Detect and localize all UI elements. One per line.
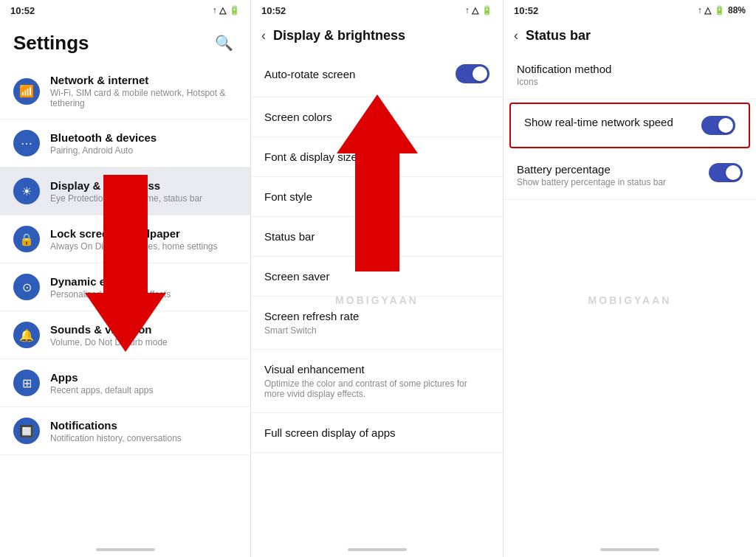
left-scroll [96,548,155,551]
notifications-subtitle: Notification history, conversations [50,433,237,443]
settings-item-apps[interactable]: ⊞ Apps Recent apps, default apps [0,359,250,407]
sounds-icon: 🔔 [13,322,40,348]
network-title: Network & internet [50,74,237,86]
settings-item-dynamic[interactable]: ⊙ Dynamic effects Personalized animation… [0,263,250,311]
battery-pct-title: Battery percentage [517,163,709,176]
settings-item-sounds[interactable]: 🔔 Sounds & vibration Volume, Do Not Dist… [0,311,250,359]
middle-panel: 10:52 ↑ △ 🔋 ‹ Display & brightness Auto-… [251,0,504,557]
right-item-realtime-speed[interactable]: Show real-time network speed [509,103,750,148]
dynamic-subtitle: Personalized animation effects [50,289,237,300]
sounds-title: Sounds & vibration [50,323,237,336]
display-subtitle: Eye Protection, Dark theme, status bar [50,193,237,204]
notif-method-subtitle: Icons [517,77,743,87]
middle-icons: ↑ △ 🔋 [465,5,492,15]
right-back-button[interactable]: ‹ [514,28,518,44]
right-panel: 10:52 ↑ △ 🔋 88% ‹ Status bar Notificatio… [504,0,756,557]
right-time: 10:52 [514,5,538,16]
middle-settings-list: Auto-rotate screen Screen colors Font & … [251,51,503,542]
mid-item-refreshrate[interactable]: Screen refresh rate Smart Switch [251,297,503,350]
fontstyle-label: Font style [264,190,312,203]
middle-status-bar: 10:52 ↑ △ 🔋 [251,0,503,21]
left-header: Settings 🔍 [0,21,250,63]
mid-item-screensaver[interactable]: Screen saver [251,257,503,297]
mid-item-fontdisplay[interactable]: Font & display size [251,137,503,177]
dynamic-title: Dynamic effects [50,275,237,288]
fontdisplay-label: Font & display size [264,151,357,163]
mid-item-fullscreen[interactable]: Full screen display of apps [251,413,503,453]
display-icon: ☀ [13,178,40,204]
apps-title: Apps [50,371,237,384]
refreshrate-label: Screen refresh rate [264,310,489,322]
apps-icon: ⊞ [13,370,40,396]
right-title: Status bar [526,28,591,44]
middle-header: ‹ Display & brightness [251,21,503,51]
search-button[interactable]: 🔍 [210,30,237,56]
screensaver-label: Screen saver [264,270,329,283]
right-header: ‹ Status bar [504,21,756,51]
left-icons: ↑ △ 🔋 [213,5,240,15]
dynamic-icon: ⊙ [13,274,40,300]
fullscreen-label: Full screen display of apps [264,426,396,439]
autorotate-label: Auto-rotate screen [264,68,355,80]
lockscreen-icon: 🔒 [13,226,40,252]
right-scroll [600,548,659,551]
notif-method-title: Notification method [517,63,743,75]
realtime-speed-toggle[interactable] [701,116,735,135]
middle-back-button[interactable]: ‹ [261,28,266,44]
mid-item-screencolors[interactable]: Screen colors [251,97,503,137]
right-icons: ↑ △ 🔋 88% [698,5,746,15]
middle-scroll [348,548,407,551]
settings-item-network[interactable]: 📶 Network & internet Wi-Fi, SIM card & m… [0,63,250,120]
settings-item-lockscreen[interactable]: 🔒 Lock screen & wallpaper Always On Disp… [0,215,250,263]
left-time: 10:52 [10,5,35,16]
right-signal-icon: ↑ △ [698,5,711,15]
realtime-speed-title: Show real-time network speed [524,116,701,128]
settings-item-notifications[interactable]: 🔲 Notifications Notification history, co… [0,407,250,455]
mid-signal-icon: ↑ △ [465,5,478,15]
bluetooth-icon: ⋯ [13,130,40,156]
notifications-icon: 🔲 [13,418,40,444]
right-battery-pct: 88% [728,5,746,15]
lockscreen-title: Lock screen & wallpaper [50,227,237,240]
network-icon: 📶 [13,78,40,105]
settings-item-display[interactable]: ☀ Display & brightness Eye Protection, D… [0,167,250,215]
battery-pct-subtitle: Show battery percentage in status bar [517,177,709,187]
battery-pct-toggle[interactable] [709,163,743,182]
visual-subtitle: Optimize the color and contrast of some … [264,378,489,399]
display-title: Display & brightness [50,179,237,192]
right-battery-icon: 🔋 [714,5,725,15]
autorotate-toggle[interactable] [456,64,489,83]
right-status-bar: 10:52 ↑ △ 🔋 88% [504,0,756,21]
mid-item-statusbar[interactable]: Status bar [251,217,503,257]
notifications-title: Notifications [50,419,237,432]
mid-item-fontstyle[interactable]: Font style [251,177,503,217]
settings-item-bluetooth[interactable]: ⋯ Bluetooth & devices Pairing, Android A… [0,120,250,167]
left-panel: 10:52 ↑ △ 🔋 Settings 🔍 📶 Network & inter… [0,0,251,557]
sounds-subtitle: Volume, Do Not Disturb mode [50,337,237,347]
visual-label: Visual enhancement [264,363,489,376]
network-subtitle: Wi-Fi, SIM card & mobile network, Hotspo… [50,88,237,108]
battery-icon: 🔋 [229,5,240,15]
bluetooth-subtitle: Pairing, Android Auto [50,145,237,156]
signal-icon: ↑ △ [213,5,226,15]
middle-time: 10:52 [261,5,286,16]
mid-battery-icon: 🔋 [481,5,492,15]
mid-item-visual[interactable]: Visual enhancement Optimize the color an… [251,350,503,413]
right-settings-list: Notification method Icons Show real-time… [504,51,756,542]
left-status-bar: 10:52 ↑ △ 🔋 [0,0,250,21]
page-title: Settings [13,32,89,55]
statusbar-label: Status bar [264,230,315,243]
mid-item-autorotate[interactable]: Auto-rotate screen [251,51,503,97]
right-item-notif-method[interactable]: Notification method Icons [504,51,756,100]
settings-list: 📶 Network & internet Wi-Fi, SIM card & m… [0,63,250,542]
middle-title: Display & brightness [273,28,405,44]
lockscreen-subtitle: Always On Display, themes, home settings [50,241,237,252]
refreshrate-subtitle: Smart Switch [264,325,489,336]
bluetooth-title: Bluetooth & devices [50,131,237,144]
right-item-battery-pct[interactable]: Battery percentage Show battery percenta… [504,151,756,200]
screencolors-label: Screen colors [264,111,332,123]
apps-subtitle: Recent apps, default apps [50,385,237,395]
